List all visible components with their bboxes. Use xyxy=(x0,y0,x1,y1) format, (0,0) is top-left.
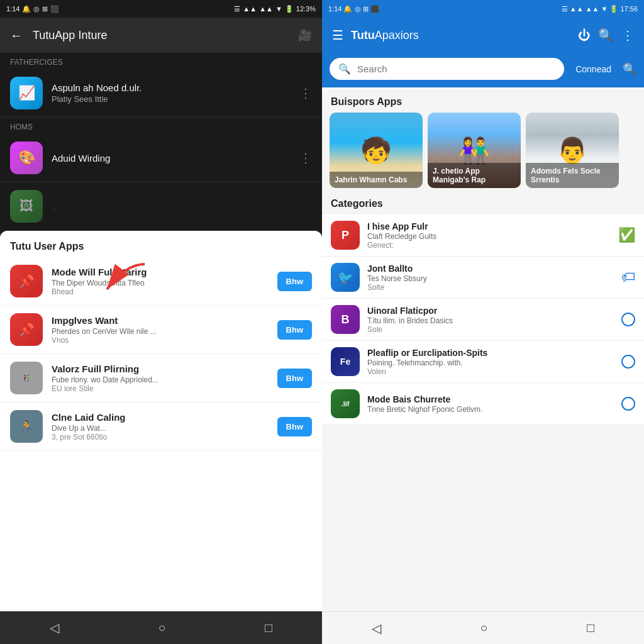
search-icon-inner: 🔍 xyxy=(338,63,351,75)
featured-card-1[interactable]: 🧒 Jahrin Whamn Cabs xyxy=(330,113,423,188)
cat-item-2-text: Jont Ballto Tes Norse Sbsury Solte xyxy=(367,264,614,292)
nav-recent-left[interactable]: □ xyxy=(265,621,272,635)
cat-check-1: ✅ xyxy=(618,227,635,243)
cat-item-2-title: Jont Ballto xyxy=(367,264,614,274)
search-bar-container: 🔍 Connead 🔍 xyxy=(322,53,644,87)
arrow-indicator xyxy=(101,261,151,301)
more-icon-2[interactable]: ⋮ xyxy=(299,150,312,165)
featured-card-3[interactable]: 👨 Adomds Fels Socle Srrentis xyxy=(526,113,619,188)
cat-item-5[interactable]: .lif Mode Bais Churrete Tnne Bretic Nigh… xyxy=(322,383,644,425)
popup-item-2-sub2: Vnos xyxy=(52,336,269,345)
app-bar-right: ☰ TutuApaxiors ⏻ 🔍 ⋮ xyxy=(322,18,644,53)
popup-item-1-subtitle: The Diper WoudsDitta Tfleo xyxy=(52,279,269,287)
popup-item-2-text: Impglves Want Pherdes on CenVer Wile nil… xyxy=(52,315,269,345)
list-item-1-title: Aspuln ah Noed d.ulr. xyxy=(52,82,291,93)
popup-item-3[interactable]: 👫 Valorz Fuill Plirning Fube rlony. wo D… xyxy=(0,354,322,402)
menu-icon[interactable]: ☰ xyxy=(332,28,343,43)
section-header-2: HOMS xyxy=(0,118,322,134)
search-icon-right[interactable]: 🔍 xyxy=(623,62,636,76)
popup-icon-4: 🏃 xyxy=(10,410,43,443)
nav-home-left[interactable]: ○ xyxy=(158,621,165,635)
search-bar[interactable]: 🔍 xyxy=(330,58,564,80)
app-title-left: TutuApp Inture xyxy=(33,29,288,42)
cat-item-1-sub2: Genect: xyxy=(367,241,611,250)
cat-item-5-text: Mode Bais Churrete Tnne Bretic Nighof Fp… xyxy=(367,394,614,414)
featured-section-title: Buispors Apps xyxy=(322,87,644,113)
cat-item-3-sub: T.ltu llim. in Brides Dasics xyxy=(367,316,614,325)
app-title-right: TutuApaxiors xyxy=(351,29,570,42)
cat-circle-3[interactable] xyxy=(621,313,635,326)
app-bar-left: ← TutuApp Inture 🎥 xyxy=(0,18,322,53)
popup-item-2-btn[interactable]: Bhw xyxy=(277,320,312,340)
list-item-3[interactable]: 🖼 ... xyxy=(0,182,322,231)
popup-icon-3: 👫 xyxy=(10,362,43,394)
popup-item-1-title: Mode Will Ful·-Marirg xyxy=(52,267,269,277)
popup-item-3-subtitle: Fube rlony. wo Date Apprioled... xyxy=(52,375,269,384)
cat-icon-4: Fe xyxy=(331,347,360,376)
cat-icon-2: 🐦 xyxy=(331,263,360,292)
nav-recent-right[interactable]: □ xyxy=(587,621,594,635)
featured-card-2-label: J. chetio App Manigab's Rap xyxy=(428,163,521,188)
popup-item-4-text: Clne Laid Caling Dive Up a Wat... 3, pre… xyxy=(52,412,269,441)
popup-sheet: Tutu User Apps 📌 Mode Will Ful·-Marirg T… xyxy=(0,231,322,644)
cat-item-1-text: I hise App Fulr Claft Recledge Gults Gen… xyxy=(367,221,611,250)
right-panel: 1:14 🔔 ◎ ⊞ ⬛ ☰ ▲▲ ▲▲ ▼ 🔋 17:56 ☰ TutuApa… xyxy=(322,0,644,644)
categories-section-title: Categories xyxy=(322,196,644,214)
popup-item-1[interactable]: 📌 Mode Will Ful·-Marirg The Diper WoudsD… xyxy=(0,257,322,306)
power-icon[interactable]: ⏻ xyxy=(578,28,591,43)
cat-item-3-sub2: Sole xyxy=(367,325,614,334)
popup-item-4[interactable]: 🏃 Clne Laid Caling Dive Up a Wat... 3, p… xyxy=(0,402,322,451)
cat-item-2[interactable]: 🐦 Jont Ballto Tes Norse Sbsury Solte 🏷 xyxy=(322,257,644,299)
cat-check-2: 🏷 xyxy=(621,269,635,286)
connead-button[interactable]: Connead xyxy=(569,60,618,78)
cat-circle-5[interactable] xyxy=(621,397,635,411)
nav-home-right[interactable]: ○ xyxy=(480,621,487,635)
featured-card-3-label: Adomds Fels Socle Srrentis xyxy=(526,163,619,188)
popup-item-4-subtitle: Dive Up a Wat... xyxy=(52,424,269,433)
popup-icon-1: 📌 xyxy=(10,265,43,297)
list-item-2[interactable]: 🎨 Aduid Wirding ⋮ xyxy=(0,134,322,182)
cat-item-5-sub: Tnne Bretic Nighof Fponic Getivm. xyxy=(367,405,614,414)
featured-card-2[interactable]: 👫 J. chetio App Manigab's Rap xyxy=(428,113,521,188)
cat-item-1-title: I hise App Fulr xyxy=(367,221,611,231)
nav-back-left[interactable]: ◁ xyxy=(50,620,59,635)
search-input[interactable] xyxy=(357,64,555,74)
list-item-2-title: Aduid Wirding xyxy=(52,153,291,164)
back-button[interactable]: ← xyxy=(10,28,23,43)
cat-item-1[interactable]: P I hise App Fulr Claft Recledge Gults G… xyxy=(322,214,644,257)
popup-item-2[interactable]: 📌 Impglves Want Pherdes on CenVer Wile n… xyxy=(0,306,322,354)
popup-item-1-btn[interactable]: Bhw xyxy=(277,272,312,291)
bottom-nav-right: ◁ ○ □ xyxy=(322,611,644,644)
list-item-2-text: Aduid Wirding xyxy=(52,153,291,164)
popup-item-4-btn[interactable]: Bhw xyxy=(277,417,312,436)
cat-item-4-sub2: Volen xyxy=(367,367,614,376)
cat-item-3-text: Uinoral Flaticpor T.ltu llim. in Brides … xyxy=(367,306,614,334)
popup-item-3-title: Valorz Fuill Plirning xyxy=(52,364,269,374)
cat-item-1-sub: Claft Recledge Gults xyxy=(367,232,611,241)
popup-item-3-btn[interactable]: Bhw xyxy=(277,369,312,388)
right-content: Buispors Apps 🧒 Jahrin Whamn Cabs 👫 J. c… xyxy=(322,87,644,611)
list-item-1-text: Aspuln ah Noed d.ulr. Platiy Sees Ittle xyxy=(52,82,291,104)
search-icon-top[interactable]: 🔍 xyxy=(598,28,614,43)
popup-item-2-subtitle: Pherdes on CenVer Wile nile ... xyxy=(52,327,269,336)
featured-row: 🧒 Jahrin Whamn Cabs 👫 J. chetio App Mani… xyxy=(322,113,644,196)
popup-icon-2: 📌 xyxy=(10,313,43,346)
popup-item-4-sub2: 3, pre Sot 660tlo xyxy=(52,433,269,441)
more-options-icon[interactable]: ⋮ xyxy=(621,28,634,43)
more-icon-1[interactable]: ⋮ xyxy=(299,86,312,101)
cat-item-4[interactable]: Fe Pleaflip or Eurclipation-Spits Poinin… xyxy=(322,341,644,383)
list-item-1[interactable]: 📈 Aspuln ah Noed d.ulr. Platiy Sees Ittl… xyxy=(0,69,322,118)
list-item-3-text: ... xyxy=(52,201,312,212)
cat-item-4-sub: Poining. Telehmanchip. with. xyxy=(367,358,614,367)
popup-item-2-title: Impglves Want xyxy=(52,315,269,326)
popup-item-4-title: Clne Laid Caling xyxy=(52,412,269,423)
list-item-1-subtitle: Platiy Sees Ittle xyxy=(52,94,291,104)
cat-item-3-title: Uinoral Flaticpor xyxy=(367,306,614,316)
cat-item-2-sub: Tes Norse Sbsury xyxy=(367,274,614,283)
popup-item-3-sub2: EU iore Stile xyxy=(52,384,269,393)
cat-item-3[interactable]: B Uinoral Flaticpor T.ltu llim. in Bride… xyxy=(322,299,644,341)
camera-icon[interactable]: 🎥 xyxy=(298,28,312,42)
cat-circle-4[interactable] xyxy=(621,355,635,369)
nav-back-right[interactable]: ◁ xyxy=(372,621,381,636)
list-icon-3: 🖼 xyxy=(10,190,43,223)
